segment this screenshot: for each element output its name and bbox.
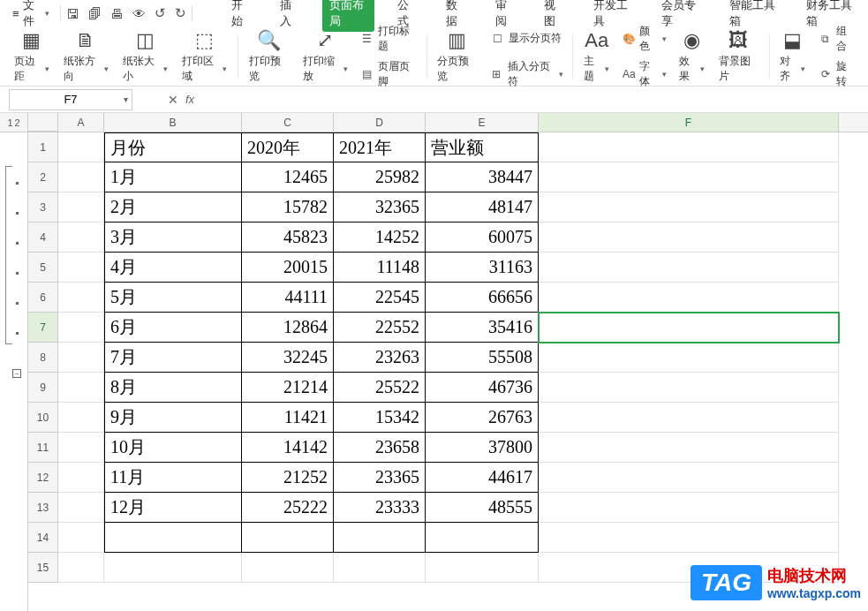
row-header[interactable]: 10 bbox=[28, 403, 58, 433]
cell-C1[interactable]: 2020年 bbox=[242, 132, 334, 162]
cell-F1[interactable] bbox=[539, 132, 839, 162]
cell-B10[interactable]: 9月 bbox=[104, 403, 242, 433]
cell-C8[interactable]: 32245 bbox=[242, 343, 334, 373]
cell-A3[interactable] bbox=[58, 192, 104, 223]
cell-C9[interactable]: 21214 bbox=[242, 373, 334, 403]
tab-smart-tools[interactable]: 智能工具箱 bbox=[722, 0, 784, 33]
outline-collapse-button[interactable]: − bbox=[12, 369, 21, 378]
save-as-icon[interactable]: 🗐 bbox=[88, 6, 102, 21]
colors-button[interactable]: 🎨颜色▾ bbox=[622, 24, 667, 54]
cell-E8[interactable]: 55508 bbox=[426, 343, 539, 373]
formula-input[interactable] bbox=[200, 89, 868, 110]
cell-B7[interactable]: 6月 bbox=[104, 313, 242, 343]
cell-A12[interactable] bbox=[58, 463, 104, 493]
row-header[interactable]: 1 bbox=[28, 132, 58, 162]
cell-E12[interactable]: 44617 bbox=[426, 463, 539, 493]
cell-D7[interactable]: 22552 bbox=[334, 313, 426, 343]
cell-E15[interactable] bbox=[426, 553, 539, 583]
cell-D8[interactable]: 23263 bbox=[334, 343, 426, 373]
cell-E1[interactable]: 营业额 bbox=[426, 132, 539, 162]
cell-B13[interactable]: 12月 bbox=[104, 493, 242, 523]
cell-C2[interactable]: 12465 bbox=[242, 162, 334, 192]
row-header[interactable]: 9 bbox=[28, 373, 58, 403]
cell-C3[interactable]: 15782 bbox=[242, 192, 334, 223]
print-preview-button[interactable]: 🔍 打印预览 bbox=[242, 30, 296, 82]
cell-A8[interactable] bbox=[58, 343, 104, 373]
cell-B4[interactable]: 3月 bbox=[104, 223, 242, 253]
cell-C5[interactable]: 20015 bbox=[242, 253, 334, 283]
cell-C11[interactable]: 14142 bbox=[242, 433, 334, 463]
redo-icon[interactable]: ↻ bbox=[175, 5, 186, 21]
row-header[interactable]: 12 bbox=[28, 463, 58, 493]
print-icon[interactable]: 🖶 bbox=[110, 6, 124, 21]
cell-B8[interactable]: 7月 bbox=[104, 343, 242, 373]
row-header[interactable]: 6 bbox=[28, 283, 58, 313]
cell-A7[interactable] bbox=[58, 313, 104, 343]
header-footer-button[interactable]: ▤页眉页脚 bbox=[360, 59, 418, 89]
cell-B12[interactable]: 11月 bbox=[104, 463, 242, 493]
paper-size-button[interactable]: ◫ 纸张大小▾ bbox=[116, 30, 175, 82]
cell-F10[interactable] bbox=[539, 403, 839, 433]
undo-icon[interactable]: ↺ bbox=[155, 5, 166, 21]
row-header[interactable]: 2 bbox=[28, 162, 58, 192]
cell-D14[interactable] bbox=[334, 523, 426, 553]
effects-button[interactable]: ◉ 效果▾ bbox=[672, 30, 712, 82]
cell-D6[interactable]: 22545 bbox=[334, 283, 426, 313]
cell-A15[interactable] bbox=[58, 553, 104, 583]
cell-F7[interactable] bbox=[539, 313, 839, 343]
cell-F4[interactable] bbox=[539, 223, 839, 253]
paper-orientation-button[interactable]: 🗎 纸张方向▾ bbox=[57, 30, 116, 82]
cancel-icon[interactable]: ✕ bbox=[168, 93, 178, 107]
cell-E10[interactable]: 26763 bbox=[426, 403, 539, 433]
cell-F12[interactable] bbox=[539, 463, 839, 493]
row-header[interactable]: 13 bbox=[28, 493, 58, 523]
cell-D15[interactable] bbox=[334, 553, 426, 583]
cell-A4[interactable] bbox=[58, 223, 104, 253]
cell-E9[interactable]: 46736 bbox=[426, 373, 539, 403]
cell-F9[interactable] bbox=[539, 373, 839, 403]
cell-B15[interactable] bbox=[104, 553, 242, 583]
cell-A5[interactable] bbox=[58, 253, 104, 283]
cell-C15[interactable] bbox=[242, 553, 334, 583]
cell-F13[interactable] bbox=[539, 493, 839, 523]
tab-home[interactable]: 开始 bbox=[224, 0, 257, 33]
cell-A14[interactable] bbox=[58, 523, 104, 553]
col-header-F[interactable]: F bbox=[539, 113, 839, 132]
cell-E13[interactable]: 48555 bbox=[426, 493, 539, 523]
col-header-A[interactable]: A bbox=[58, 113, 104, 132]
cell-D10[interactable]: 15342 bbox=[334, 403, 426, 433]
cell-C4[interactable]: 45823 bbox=[242, 223, 334, 253]
print-titles-button[interactable]: ☰打印标题 bbox=[360, 24, 418, 54]
col-header-C[interactable]: C bbox=[242, 113, 334, 132]
cell-D5[interactable]: 11148 bbox=[334, 253, 426, 283]
cell-F11[interactable] bbox=[539, 433, 839, 463]
cell-E5[interactable]: 31163 bbox=[426, 253, 539, 283]
outline-level-2[interactable]: 2 bbox=[15, 117, 20, 128]
fonts-button[interactable]: Aa字体▾ bbox=[622, 59, 667, 89]
cell-D3[interactable]: 32365 bbox=[334, 192, 426, 223]
row-header[interactable]: 14 bbox=[28, 523, 58, 553]
page-margin-button[interactable]: ▦ 页边距▾ bbox=[7, 30, 57, 82]
group-button[interactable]: ⧉组合 bbox=[818, 24, 856, 54]
cell-C7[interactable]: 12864 bbox=[242, 313, 334, 343]
background-image-button[interactable]: 🖼 背景图片 bbox=[712, 30, 766, 82]
print-scale-button[interactable]: ⤢ 打印缩放▾ bbox=[296, 30, 355, 82]
cell-E11[interactable]: 37800 bbox=[426, 433, 539, 463]
cell-B1[interactable]: 月份 bbox=[104, 132, 242, 162]
cell-D13[interactable]: 23333 bbox=[334, 493, 426, 523]
cell-D9[interactable]: 25522 bbox=[334, 373, 426, 403]
page-break-preview-button[interactable]: ▥ 分页预览 bbox=[430, 30, 484, 82]
insert-page-break-button[interactable]: ⊞插入分页符▾ bbox=[489, 59, 563, 89]
cell-B14[interactable] bbox=[104, 523, 242, 553]
print-area-button[interactable]: ⬚ 打印区域▾ bbox=[175, 30, 234, 82]
cell-C12[interactable]: 21252 bbox=[242, 463, 334, 493]
cell-D12[interactable]: 23365 bbox=[334, 463, 426, 493]
cell-D4[interactable]: 14252 bbox=[334, 223, 426, 253]
col-header-E[interactable]: E bbox=[426, 113, 539, 132]
cell-A10[interactable] bbox=[58, 403, 104, 433]
cell-A6[interactable] bbox=[58, 283, 104, 313]
cell-C10[interactable]: 11421 bbox=[242, 403, 334, 433]
rotate-button[interactable]: ⟳旋转 bbox=[818, 59, 856, 89]
cell-E14[interactable] bbox=[426, 523, 539, 553]
cell-A2[interactable] bbox=[58, 162, 104, 192]
